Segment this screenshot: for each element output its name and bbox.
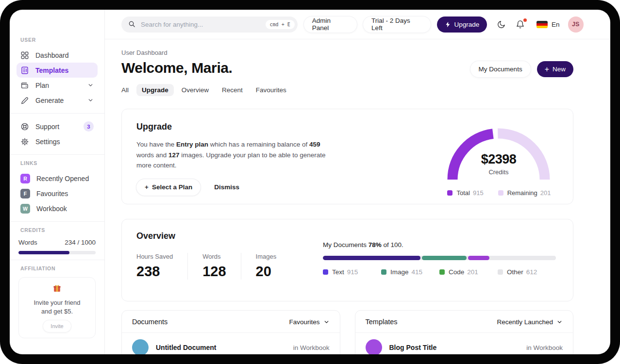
legend-item-code: Code 201 xyxy=(439,268,498,276)
stat-label: Images xyxy=(256,253,277,260)
chevron-down-icon xyxy=(87,82,94,88)
divider xyxy=(10,221,104,222)
trial-status-button[interactable]: Trial - 2 Days Left xyxy=(363,17,430,33)
search-shortcut-badge: cmd + E xyxy=(266,20,295,29)
topbar: Search for anything... cmd + E Admin Pan… xyxy=(105,10,610,39)
gauge-caption: Credits xyxy=(443,168,554,176)
upgrade-card-left: Upgrade You have the Entry plan which ha… xyxy=(136,122,345,204)
chevron-down-icon xyxy=(556,319,563,325)
my-documents-button[interactable]: My Documents xyxy=(470,61,531,77)
new-button[interactable]: + New xyxy=(537,61,573,77)
documents-filter-label: Favourites xyxy=(289,318,319,326)
select-plan-label: Select a Plan xyxy=(152,183,192,191)
sidebar-item-label: Templates xyxy=(35,66,68,74)
legend-item-text: Text 915 xyxy=(323,268,381,276)
documents-progress-caption: My Documents 78% of 100. xyxy=(323,241,556,248)
sidebar-link-favourites[interactable]: F Favourites xyxy=(17,186,98,201)
legend-item-remaining: Remaining 201 xyxy=(498,189,551,197)
tab-overview[interactable]: Overview xyxy=(176,84,214,96)
divider xyxy=(10,113,104,114)
overview-legend-swatch xyxy=(498,269,503,275)
support-badge: 3 xyxy=(84,121,94,132)
upgrade-card-title: Upgrade xyxy=(136,122,345,132)
bolt-icon xyxy=(445,21,451,28)
stat-hours-saved: Hours Saved 238 xyxy=(136,253,187,280)
sidebar-section-credits-label: CREDITS xyxy=(20,227,98,233)
sidebar-item-settings[interactable]: Settings xyxy=(17,134,98,149)
credits-progress-fill xyxy=(18,251,69,254)
affiliation-line1: Invite your friend xyxy=(34,299,80,306)
overview-card: Overview Hours Saved 238 Words 128 xyxy=(121,219,573,301)
plus-icon: + xyxy=(145,183,149,191)
dark-mode-toggle[interactable] xyxy=(497,20,506,29)
credits-progress-track xyxy=(18,251,96,254)
stat-label: Words xyxy=(202,253,226,260)
bar-segment-text xyxy=(323,256,420,260)
template-row-avatar xyxy=(366,339,382,354)
grid-icon xyxy=(20,51,29,60)
templates-icon xyxy=(20,66,29,75)
german-flag-icon[interactable] xyxy=(536,21,548,28)
dismiss-button[interactable]: Dismiss xyxy=(214,183,239,191)
templates-card-header: Templates Recently Launched xyxy=(355,311,573,333)
bar-segment-other xyxy=(491,256,556,260)
templates-filter-dropdown[interactable]: Recently Launched xyxy=(497,318,563,326)
chevron-down-icon xyxy=(323,319,330,325)
affiliation-line2: and get $5. xyxy=(41,308,73,315)
chevron-down-icon xyxy=(87,97,94,103)
credits-gauge: $2398 Credits Total 915 xyxy=(443,122,555,204)
template-row[interactable]: Blog Post Title in Workbook xyxy=(355,333,573,354)
legend-item-image: Image 415 xyxy=(381,268,439,276)
gear-icon xyxy=(20,137,29,146)
gauge-legend-swatch xyxy=(447,190,452,196)
overview-right: My Documents 78% of 100. Text 915 Image xyxy=(323,231,556,301)
tab-favourites[interactable]: Favourites xyxy=(251,84,292,96)
tab-all[interactable]: All xyxy=(116,84,134,96)
templates-card-title: Templates xyxy=(366,318,398,326)
sidebar-section-affiliation-label: AFFILIATION xyxy=(20,265,98,271)
main-area: Search for anything... cmd + E Admin Pan… xyxy=(105,10,610,354)
sidebar-item-plan[interactable]: Plan xyxy=(17,78,98,93)
documents-card: Documents Favourites Untitled Document xyxy=(121,310,340,354)
app-window: USER Dashboard Templates Plan xyxy=(10,10,610,354)
gauge-legend-swatch xyxy=(498,190,503,196)
tab-upgrade[interactable]: Upgrade xyxy=(136,84,174,96)
tab-recent[interactable]: Recent xyxy=(217,84,248,96)
plus-icon: + xyxy=(545,66,549,73)
select-plan-button[interactable]: + Select a Plan xyxy=(136,179,201,196)
filter-tabs: All Upgrade Overview Recent Favourites xyxy=(116,84,573,96)
sidebar-item-generate[interactable]: Generate xyxy=(17,93,98,108)
search-input[interactable]: Search for anything... cmd + E xyxy=(121,17,298,33)
sidebar-link-recently-opened[interactable]: R Recently Opened xyxy=(17,171,98,186)
legend-name: Image xyxy=(390,268,409,276)
sidebar-item-dashboard[interactable]: Dashboard xyxy=(17,48,98,63)
sidebar-link-workbook[interactable]: W Workbook xyxy=(17,201,98,216)
new-button-label: New xyxy=(553,66,566,73)
credits-row: Words 234 / 1000 xyxy=(17,239,98,246)
gauge-center: $2398 Credits xyxy=(443,152,554,176)
bottom-cards: Documents Favourites Untitled Document xyxy=(121,310,573,354)
documents-filter-dropdown[interactable]: Favourites xyxy=(289,318,329,326)
language-label[interactable]: En xyxy=(552,21,560,28)
pencil-icon xyxy=(20,96,29,105)
legend-value: 612 xyxy=(526,268,537,276)
admin-panel-button[interactable]: Admin Panel xyxy=(304,17,357,33)
gauge-legend: Total 915 Remaining 201 xyxy=(443,189,555,197)
sidebar-item-templates[interactable]: Templates xyxy=(17,63,98,78)
user-avatar[interactable]: JS xyxy=(568,17,584,33)
overview-legend: Text 915 Image 415 Code 20 xyxy=(323,268,556,276)
sidebar-item-support[interactable]: Support 3 xyxy=(17,119,98,134)
gauge-chart: $2398 Credits xyxy=(443,124,554,185)
overview-card-title: Overview xyxy=(136,231,323,241)
notification-dot xyxy=(523,18,527,22)
notifications-button[interactable] xyxy=(516,20,525,29)
template-row-location: in Workbook xyxy=(526,344,563,351)
document-row[interactable]: Untitled Document in Workbook xyxy=(122,333,340,354)
upgrade-button[interactable]: Upgrade xyxy=(437,17,487,33)
sidebar-link-label: Workbook xyxy=(36,205,67,213)
legend-value: 915 xyxy=(347,268,358,276)
overview-legend-swatch xyxy=(439,269,445,275)
invite-button[interactable]: Invite xyxy=(43,320,70,332)
sidebar: USER Dashboard Templates Plan xyxy=(10,10,105,354)
document-row-title: Untitled Document xyxy=(156,344,216,351)
